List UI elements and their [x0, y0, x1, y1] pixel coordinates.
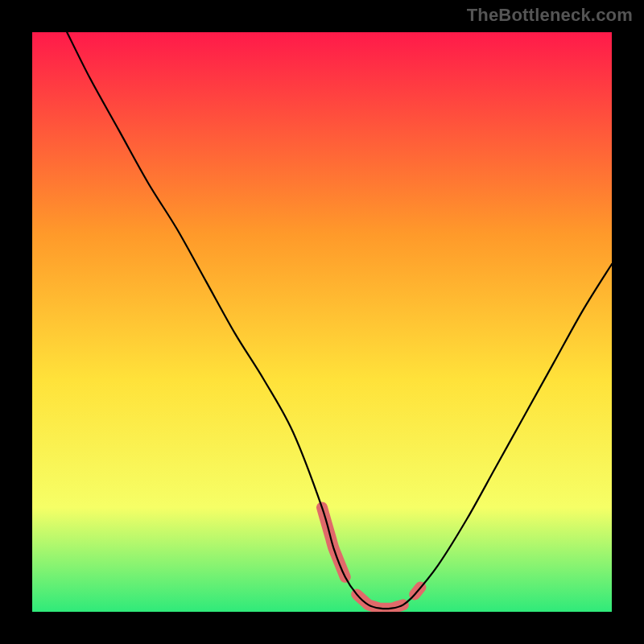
plot-area: [32, 32, 612, 612]
bottleneck-chart: [32, 32, 612, 612]
chart-stage: TheBottleneck.com: [0, 0, 644, 644]
watermark-text: TheBottleneck.com: [467, 5, 633, 26]
